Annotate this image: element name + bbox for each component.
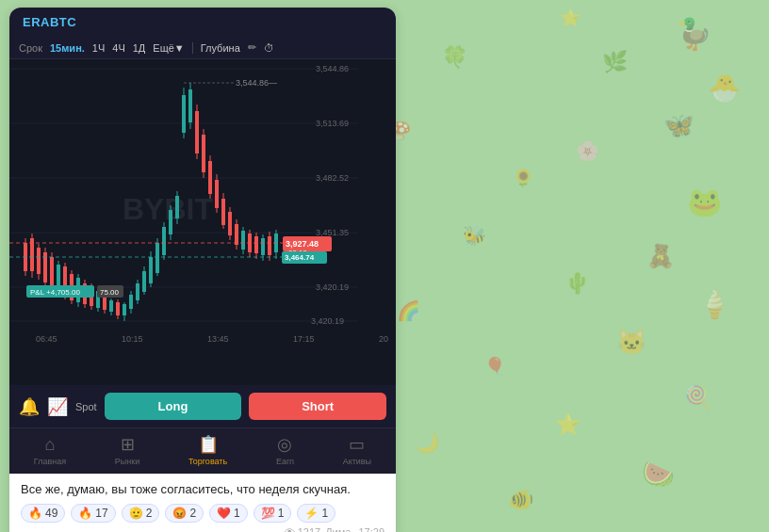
- pencil-icon[interactable]: ✏: [248, 41, 256, 54]
- nav-home[interactable]: ⌂ Главная: [34, 435, 66, 466]
- svg-text:3,927.48: 3,927.48: [286, 239, 319, 249]
- nav-earn-label: Earn: [276, 457, 294, 466]
- reaction-count-2: 17: [95, 507, 107, 520]
- nav-markets-label: Рынки: [115, 457, 139, 466]
- reaction-hundred[interactable]: 💯 1: [254, 504, 292, 523]
- long-button[interactable]: Long: [105, 393, 242, 420]
- nav-trade[interactable]: 📋 Торговать: [188, 434, 227, 466]
- reaction-count-4: 2: [189, 507, 196, 520]
- fire-emoji: 🔥: [28, 507, 42, 520]
- x-label-3: 13:45: [207, 334, 229, 344]
- salute-emoji: 🫡: [129, 507, 143, 520]
- telegram-card: ERABTC Срок 15мин. 1Ч 4Ч 1Д Ещё▼ Глубина…: [9, 8, 396, 532]
- view-count: 👁 1217: [285, 526, 320, 532]
- reaction-count-1: 49: [45, 507, 57, 520]
- trading-controls: 🔔 📈 Spot Long Short: [9, 385, 396, 427]
- meta-row: 👁 1217 Дима, 17:29: [21, 526, 384, 532]
- settings-icon[interactable]: ⏱: [264, 42, 274, 54]
- svg-text:75.00: 75.00: [100, 288, 120, 297]
- more-menu[interactable]: Ещё▼: [153, 42, 184, 54]
- svg-text:BYBIT: BYBIT: [123, 192, 213, 226]
- hundred-emoji: 💯: [261, 507, 275, 520]
- markets-icon: ⊞: [121, 434, 135, 455]
- timeframe-15min[interactable]: 15мин.: [50, 42, 85, 54]
- chart-area: 3,544.86 3,513.69 3,482.52 3,451.35 3,42…: [9, 59, 396, 361]
- eye-icon: 👁: [285, 526, 295, 532]
- nav-home-label: Главная: [34, 457, 66, 466]
- timeframe-1d[interactable]: 1Д: [133, 42, 146, 54]
- message-time: 17:29: [358, 526, 384, 532]
- period-label: Срок: [19, 42, 42, 54]
- x-label-1: 06:45: [36, 334, 57, 344]
- timeframe-1h[interactable]: 1Ч: [92, 42, 105, 54]
- reaction-heart[interactable]: ❤️ 1: [209, 504, 248, 523]
- reaction-count-5: 1: [234, 507, 240, 520]
- alarm-icon[interactable]: 🔔: [19, 396, 40, 417]
- author-name: Дима,: [325, 526, 353, 532]
- candlestick-chart: 3,544.86 3,513.69 3,482.52 3,451.35 3,42…: [9, 59, 396, 332]
- svg-text:P&L +4,705.00: P&L +4,705.00: [30, 288, 80, 297]
- short-button[interactable]: Short: [249, 393, 386, 420]
- nav-assets[interactable]: ▭ Активы: [343, 434, 371, 466]
- reaction-fire2[interactable]: 🔥 17: [71, 504, 115, 523]
- home-icon: ⌂: [45, 435, 56, 455]
- reaction-angry[interactable]: 😡 2: [165, 504, 204, 523]
- depth-label[interactable]: Глубина: [201, 42, 240, 54]
- chart-toolbar: Срок 15мин. 1Ч 4Ч 1Д Ещё▼ Глубина ✏ ⏱: [9, 37, 396, 59]
- bg-decorations: 🦆 🌿 🐣 ⭐ 🦋 🌸 🍀 🐸 🌻 🧸 🐝 🍦 🌵 🐱 🎈 🍭 ⭐ 🌙 🍉 🐠 …: [373, 0, 769, 532]
- separator: [192, 42, 193, 54]
- svg-text:3,544.86: 3,544.86: [316, 64, 349, 73]
- svg-text:3,420.19: 3,420.19: [311, 316, 344, 326]
- reaction-count-6: 1: [278, 507, 285, 520]
- nav-assets-label: Активы: [343, 457, 371, 466]
- spot-label: Spot: [75, 401, 97, 412]
- bottom-nav: ⌂ Главная ⊞ Рынки 📋 Торговать ◎ Earn ▭ А…: [9, 427, 396, 474]
- lightning-emoji: ⚡: [304, 507, 319, 520]
- x-label-5: 20: [379, 334, 388, 344]
- svg-text:3,544.86—: 3,544.86—: [236, 78, 277, 88]
- reaction-fire[interactable]: 🔥 49: [21, 504, 65, 523]
- reaction-count-7: 1: [321, 507, 328, 520]
- fire-emoji-2: 🔥: [78, 507, 92, 520]
- nav-markets[interactable]: ⊞ Рынки: [115, 434, 139, 466]
- reaction-count-3: 2: [146, 507, 153, 520]
- assets-icon: ▭: [349, 434, 365, 455]
- svg-text:3,420.19: 3,420.19: [316, 282, 349, 292]
- x-label-2: 10:15: [122, 334, 143, 344]
- chart-container: Срок 15мин. 1Ч 4Ч 1Д Ещё▼ Глубина ✏ ⏱ 3,…: [9, 37, 396, 385]
- x-label-4: 17:15: [293, 334, 315, 344]
- x-axis: 06:45 10:15 13:45 17:15 20: [9, 332, 396, 346]
- earn-icon: ◎: [277, 434, 292, 455]
- angry-emoji: 😡: [172, 507, 187, 520]
- card-header: ERABTC: [9, 8, 396, 37]
- trade-icon: 📋: [198, 434, 219, 455]
- chart-icon[interactable]: 📈: [47, 396, 68, 417]
- message-area: Все же, думаю, вы тоже согласитесь, что …: [9, 474, 396, 532]
- svg-text:3,482.52: 3,482.52: [316, 173, 349, 183]
- svg-text:3,451.35: 3,451.35: [316, 228, 349, 237]
- reaction-lightning[interactable]: ⚡ 1: [297, 504, 335, 523]
- card-title: ERABTC: [23, 15, 76, 29]
- reaction-salute[interactable]: 🫡 2: [122, 504, 160, 523]
- svg-text:3,513.69: 3,513.69: [316, 119, 349, 128]
- heart-emoji: ❤️: [217, 507, 231, 520]
- svg-text:3,464.74: 3,464.74: [285, 253, 315, 262]
- nav-earn[interactable]: ◎ Earn: [276, 434, 294, 466]
- reactions-row: 🔥 49 🔥 17 🫡 2 😡 2 ❤️ 1 💯 1: [21, 504, 384, 523]
- nav-trade-label: Торговать: [188, 457, 227, 466]
- message-text: Все же, думаю, вы тоже согласитесь, что …: [21, 481, 384, 498]
- view-number: 1217: [298, 526, 320, 532]
- timeframe-4h[interactable]: 4Ч: [112, 42, 124, 54]
